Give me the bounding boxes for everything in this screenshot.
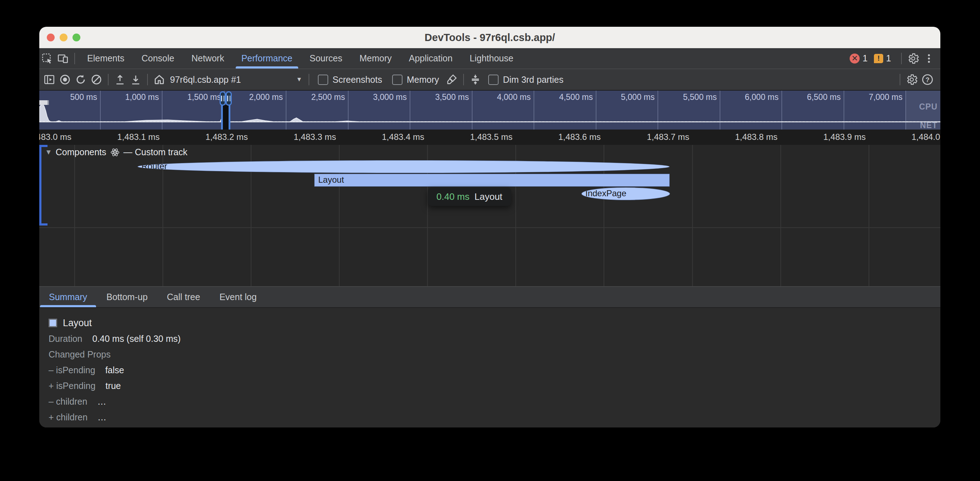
details-tab-summary[interactable]: Summary — [39, 287, 97, 307]
summary-title: Layout — [63, 317, 92, 329]
details-tab-bottom-up[interactable]: Bottom-up — [97, 287, 157, 307]
net-label: NET — [920, 121, 937, 130]
settings-gear-icon[interactable] — [905, 51, 921, 67]
ruler-tick-label: 1,483.5 ms — [470, 132, 512, 142]
summary-row-value: false — [105, 365, 124, 375]
grip — [221, 95, 222, 102]
ruler-tick-label: 1,483.1 ms — [117, 132, 160, 142]
timeline-ruler: 1,483.0 ms1,483.1 ms1,483.2 ms1,483.3 ms… — [39, 130, 940, 145]
summary-row-label: Duration — [49, 333, 83, 344]
window-title: DevTools - 97r6ql.csb.app/ — [39, 32, 940, 43]
details-tabbar: SummaryBottom-upCall treeEvent log — [39, 286, 940, 308]
tab-network[interactable]: Network — [183, 48, 233, 68]
timeline-overview[interactable]: 500 ms1,000 ms1,500 ms2,000 ms2,500 ms3,… — [39, 90, 940, 130]
summary-row-label: + isPending — [49, 381, 95, 391]
cpu-label: CPU — [919, 102, 937, 112]
grip — [227, 95, 228, 102]
details-tab-call-tree[interactable]: Call tree — [157, 287, 210, 307]
ruler-tick-label: 1,483.6 ms — [558, 132, 601, 142]
tab-lighthouse[interactable]: Lighthouse — [461, 48, 522, 68]
tab-label: Elements — [87, 53, 124, 63]
selection-handle-right[interactable] — [226, 91, 232, 106]
record-icon[interactable] — [57, 72, 73, 87]
ruler-tick-label: 1,483.8 ms — [735, 132, 778, 142]
summary-row: Changed Props — [49, 346, 940, 362]
summary-row-value: 0.40 ms (self 0.30 ms) — [92, 333, 181, 344]
react-atom-icon — [110, 148, 120, 157]
tab-console[interactable]: Console — [133, 48, 183, 68]
device-toolbar-icon[interactable] — [55, 51, 71, 67]
flame-chart[interactable]: ▼Components— Custom trackRouterLayoutInd… — [39, 145, 940, 286]
summary-panel: Layout Duration0.40 ms (self 0.30 ms)Cha… — [39, 308, 940, 427]
error-badge[interactable]: ✕ 1 — [850, 53, 867, 63]
panel-tabs: ElementsConsoleNetworkPerformanceSources… — [79, 48, 522, 68]
collapse-tracks-icon[interactable] — [468, 72, 483, 87]
checkbox-box — [488, 75, 499, 85]
tab-label: Application — [409, 53, 452, 63]
upload-profile-icon[interactable] — [112, 72, 128, 87]
details-tab-event-log[interactable]: Event log — [210, 287, 266, 307]
tab-label: Lighthouse — [469, 53, 513, 63]
ruler-tick-label: 1,483.0 ms — [39, 132, 72, 142]
tab-memory[interactable]: Memory — [351, 48, 400, 68]
track-header[interactable]: ▼Components— Custom track — [45, 147, 188, 157]
tab-elements[interactable]: Elements — [79, 48, 133, 68]
devtools-tabbar: ElementsConsoleNetworkPerformanceSources… — [39, 48, 940, 69]
summary-row-label: + children — [49, 412, 88, 422]
warning-badge[interactable]: ! 1 — [874, 53, 891, 63]
home-icon[interactable] — [151, 72, 167, 87]
kebab-menu-icon[interactable] — [921, 51, 937, 67]
flame-row-divider — [39, 227, 940, 228]
tab-label: Console — [142, 53, 174, 63]
flame-bar-router[interactable]: Router — [137, 160, 670, 173]
garbage-collect-icon[interactable] — [444, 72, 460, 87]
capture-settings-gear-icon[interactable] — [904, 72, 920, 87]
download-profile-icon[interactable] — [128, 72, 143, 87]
selection-handle-left[interactable] — [220, 91, 226, 106]
summary-title-row: Layout — [49, 315, 940, 331]
screenshot-thumbnail — [39, 100, 49, 105]
summary-row: – children… — [49, 394, 940, 409]
active-tab-underline — [236, 67, 298, 68]
inspect-element-icon[interactable] — [39, 51, 55, 67]
divider — [901, 53, 902, 64]
record-and-reload-icon[interactable] — [73, 72, 89, 87]
selection-stem-left — [221, 105, 223, 130]
summary-row: – isPendingfalse — [49, 362, 940, 378]
details-tab-label: Call tree — [167, 292, 200, 302]
error-icon: ✕ — [850, 54, 860, 63]
flame-gridline — [692, 145, 693, 286]
ruler-tick-label: 1,483.4 ms — [382, 132, 424, 142]
ruler-tick-label: 1,483.7 ms — [647, 132, 689, 142]
flame-bar-indexpage[interactable]: IndexPage — [581, 187, 670, 200]
divider — [147, 74, 148, 85]
tab-label: Memory — [359, 53, 391, 63]
dim-3rd-parties-checkbox[interactable]: Dim 3rd parties — [488, 75, 563, 85]
flame-tooltip: 0.40 msLayout — [428, 188, 511, 206]
help-icon[interactable]: ? — [920, 72, 935, 87]
toggle-sidebar-icon[interactable] — [41, 72, 57, 87]
screen-background: DevTools - 97r6ql.csb.app/ ElementsConso… — [0, 0, 980, 481]
clear-icon[interactable] — [89, 72, 104, 87]
collapse-triangle-icon: ▼ — [45, 148, 52, 156]
tab-sources[interactable]: Sources — [301, 48, 351, 68]
svg-text:?: ? — [926, 76, 930, 84]
active-tab-underline — [40, 305, 96, 307]
screenshots-checkbox[interactable]: Screenshots — [318, 75, 382, 85]
summary-row: Duration0.40 ms (self 0.30 ms) — [49, 331, 940, 346]
flame-bar-label: IndexPage — [585, 188, 627, 198]
flame-bar-label: Router — [142, 161, 167, 171]
selection-stem-right — [229, 105, 231, 130]
flame-bar-layout[interactable]: Layout — [314, 174, 670, 187]
tab-performance[interactable]: Performance — [233, 48, 301, 68]
history-select[interactable]: 97r6ql.csb.app #1 ▼ — [170, 75, 302, 85]
memory-checkbox[interactable]: Memory — [392, 75, 439, 85]
selected-track-bracket — [39, 145, 41, 225]
ruler-tick-label: 1,483.9 ms — [823, 132, 866, 142]
divider — [463, 74, 464, 85]
warning-icon: ! — [874, 54, 883, 63]
tooltip-duration: 0.40 ms — [436, 191, 469, 202]
devtools-window: DevTools - 97r6ql.csb.app/ ElementsConso… — [39, 27, 940, 427]
grip — [230, 95, 231, 102]
tab-application[interactable]: Application — [400, 48, 461, 68]
